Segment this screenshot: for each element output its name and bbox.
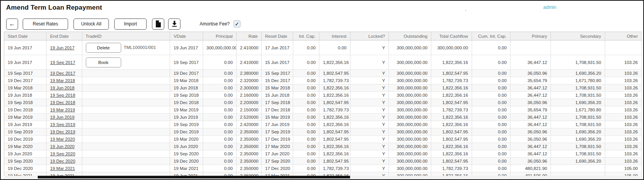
cell-outstanding: 300,000,000.00 [389,84,431,92]
end-date-link[interactable]: 19 Sep 2017 [50,60,75,65]
column-header-start: Start Date [4,32,47,40]
end-date-link[interactable]: 19 Sep 2018 [50,93,75,98]
cell-principal: 0.00 [203,114,236,121]
cell-rate: 2.150000 [236,106,261,114]
cell-start: 19 Dec 2019 [4,136,47,143]
cell-secondary: 1,690,356.20 [551,99,605,106]
column-header-end: End Date [47,32,82,40]
cell-secondary: 1,690,356.20 [551,128,605,136]
horizontal-scrollbar-thumb[interactable] [38,176,350,178]
cell-other: 103.26 [605,70,641,77]
cell-primary: 36,447.12 [510,92,551,99]
reset-rates-button[interactable]: Reset Rates [23,19,68,30]
back-button[interactable]: ← [6,19,18,30]
cell-secondary: 1,708,931.50 [551,143,605,150]
end-date-link[interactable]: 19 Dec 2018 [50,100,75,105]
page-title: Amend Term Loan Repayment [6,4,102,12]
end-date-link[interactable]: 19 Mar 2021 [50,166,75,171]
cell-reset: 17 Jun 2020 [261,150,293,158]
book-button[interactable]: Book [86,57,121,67]
cell-total_cashflow: 1,782,739.73 [431,77,472,84]
end-date-link[interactable]: 19 Jun 2020 [50,144,74,149]
cell-primary: 36,447.12 [510,143,551,150]
cell-start: 19 Jun 2017 [4,55,47,70]
cell-start: 19 Jun 2018 [4,92,47,99]
cell-start: 19 Jun 2019 [4,121,47,128]
download-icon [172,20,177,28]
unlock-all-button[interactable]: Unlock All [73,19,109,30]
cell-end: 19 Mar 2021 [47,165,82,172]
cell-total_cashflow: 1,822,356.16 [431,84,472,92]
cell-other: 103.26 [605,121,641,128]
end-date-link[interactable]: 19 Mar 2019 [50,108,75,112]
cell-principal: 0.00 [203,128,236,136]
cell-rate: 2.350000 [236,165,261,172]
cell-total_cashflow: 300,000,000.00 [431,40,472,55]
end-date-link[interactable]: 19 Mar 2018 [50,78,75,83]
column-header-rate: Rate [236,32,261,40]
cell-reset: 17 Dec 2020 [261,165,293,172]
cell-outstanding: 300,000,000.00 [389,55,431,70]
end-date-link[interactable]: 19 Jun 2017 [50,45,74,50]
new-document-button[interactable] [152,19,164,30]
cell-interest: 1,782,739.73 [319,165,350,172]
end-date-link[interactable]: 19 Dec 2020 [50,159,75,163]
end-date-link[interactable]: 19 Jun 2019 [50,115,74,119]
cell-interest: 1,782,739.73 [319,106,350,114]
cell-locked: Y [350,92,389,99]
end-date-link[interactable]: 19 Dec 2017 [50,71,75,76]
cell-locked: Y [350,84,389,92]
cell-total_cashflow: 1,802,547.95 [431,136,472,143]
cell-other: 103.26 [605,150,641,158]
import-button[interactable]: Import [114,19,147,30]
cell-interest: 1,802,547.95 [319,128,350,136]
cell-other: 103.26 [605,84,641,92]
cell-outstanding: 300,000,000.00 [389,158,431,165]
column-header-total_cashflow: Total Cashflow [431,32,472,40]
end-date-link[interactable]: 19 Sep 2020 [50,151,75,156]
cell-end: 19 Dec 2018 [47,99,82,106]
cell-interest: 1,802,547.95 [319,99,350,106]
cell-locked: Y [350,136,389,143]
end-date-link[interactable]: 19 Dec 2019 [50,130,75,134]
end-date-link[interactable]: 19 Sep 2019 [50,122,75,127]
cell-trade [82,77,170,84]
end-date-link[interactable]: 19 Mar 2020 [50,137,75,141]
cell-principal: 300,000,000.00 [203,40,236,55]
cell-reset: 17 Jun 2019 [261,121,293,128]
cell-start: 19 Dec 2017 [4,77,47,84]
cell-rate: 2.410000 [236,55,261,70]
cell-rate: 2.350000 [236,143,261,150]
cell-int_cap: 0.00 [293,55,319,70]
cell-int_cap: 0.00 [293,165,319,172]
cell-outstanding: 300,000,000.00 [389,92,431,99]
cell-vdate: 19 Mar 2021 [170,165,203,172]
cell-vdate: 19 Mar 2018 [170,77,203,84]
cell-locked: Y [350,121,389,128]
end-date-link[interactable]: 19 Jun 2018 [50,86,74,90]
cell-vdate: 19 Dec 2018 [170,99,203,106]
cell-primary [510,40,551,55]
delete-button[interactable]: Delete [86,43,121,53]
cell-end: 19 Sep 2020 [47,150,82,158]
column-header-principal: Principal [203,32,236,40]
cell-reset: 15 Mar 2019 [261,114,293,121]
cell-cum_int_cap: 0.00 [472,136,510,143]
logged-in-user[interactable]: admin [543,5,556,10]
cell-outstanding: 300,000,000.00 [389,114,431,121]
cell-secondary: 1,708,931.50 [551,114,605,121]
cell-secondary [551,165,605,172]
cell-end: 19 Jun 2018 [47,84,82,92]
cell-locked: Y [350,158,389,165]
cell-reset: 17 Dec 2019 [261,136,293,143]
cell-reset: 15 Mar 2018 [261,84,293,92]
amortise-fee-checkbox[interactable]: ✓ [234,20,240,27]
cell-cum_int_cap: 0.00 [472,99,510,106]
download-button[interactable] [168,19,180,30]
cell-start: 19 Sep 2018 [4,99,47,106]
trade-id-value: TML100001/001 [124,45,156,50]
cell-principal: 0.00 [203,55,236,70]
table-header-row: Start DateEnd DateTradeIDVDatePrincipalR… [4,32,642,40]
column-header-interest: Interest [319,32,350,40]
cell-end: 19 Dec 2020 [47,158,82,165]
